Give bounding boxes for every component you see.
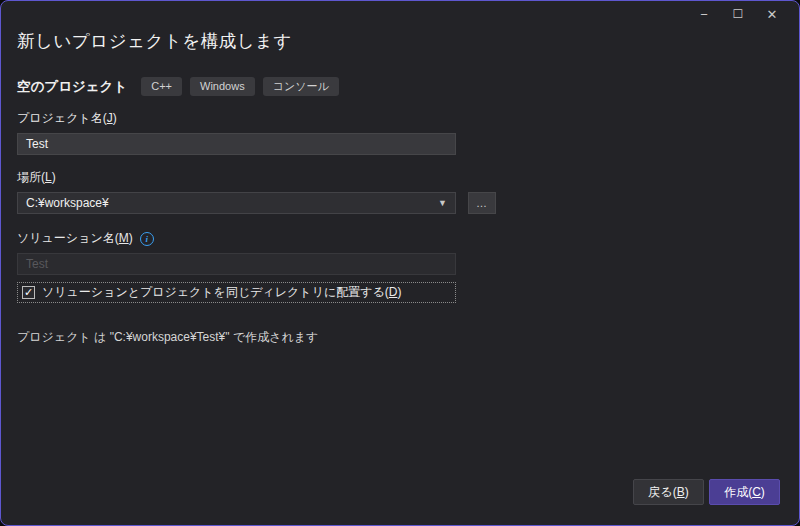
browse-folder-button[interactable]: … — [468, 192, 496, 214]
dialog-footer: 戻る(B) 作成(C) — [633, 479, 780, 505]
project-type-row: 空のプロジェクト C++ Windows コンソール — [17, 77, 783, 96]
project-name-label: プロジェクト名(J) — [17, 110, 783, 127]
page-title: 新しいプロジェクトを構成します — [17, 29, 783, 53]
location-combobox[interactable]: C:¥workspace¥ ▼ — [17, 192, 456, 214]
project-type-tags: C++ Windows コンソール — [141, 77, 338, 96]
close-icon[interactable]: ✕ — [755, 2, 789, 26]
same-directory-checkbox-label: ソリューションとプロジェクトを同じディレクトリに配置する(D) — [42, 284, 401, 301]
location-label: 場所(L) — [17, 169, 783, 186]
checkbox-checked-icon[interactable]: ✓ — [22, 286, 35, 299]
location-value: C:¥workspace¥ — [26, 196, 109, 210]
tag-language: C++ — [141, 77, 182, 96]
location-row: C:¥workspace¥ ▼ … — [17, 192, 783, 214]
minimize-icon[interactable]: − — [687, 2, 721, 26]
same-directory-checkbox-row[interactable]: ✓ ソリューションとプロジェクトを同じディレクトリに配置する(D) — [17, 282, 456, 303]
solution-name-label-row: ソリューション名(M) i — [17, 230, 783, 247]
tag-project-kind: コンソール — [263, 77, 339, 96]
solution-name-label: ソリューション名(M) — [17, 230, 133, 247]
dialog-content: 新しいプロジェクトを構成します 空のプロジェクト C++ Windows コンソ… — [1, 29, 799, 346]
project-name-input[interactable]: Test — [17, 133, 456, 155]
tag-platform: Windows — [190, 77, 255, 96]
project-type-label: 空のプロジェクト — [17, 78, 127, 96]
titlebar: − ☐ ✕ — [1, 1, 799, 27]
chevron-down-icon: ▼ — [438, 198, 447, 208]
info-icon[interactable]: i — [140, 232, 154, 246]
create-button[interactable]: 作成(C) — [709, 479, 780, 505]
project-path-note: プロジェクト は "C:¥workspace¥Test¥" で作成されます — [17, 329, 783, 346]
maximize-icon[interactable]: ☐ — [721, 2, 755, 26]
configure-new-project-dialog: − ☐ ✕ 新しいプロジェクトを構成します 空のプロジェクト C++ Windo… — [0, 0, 800, 526]
back-button[interactable]: 戻る(B) — [633, 479, 704, 505]
solution-name-input: Test — [17, 253, 456, 275]
